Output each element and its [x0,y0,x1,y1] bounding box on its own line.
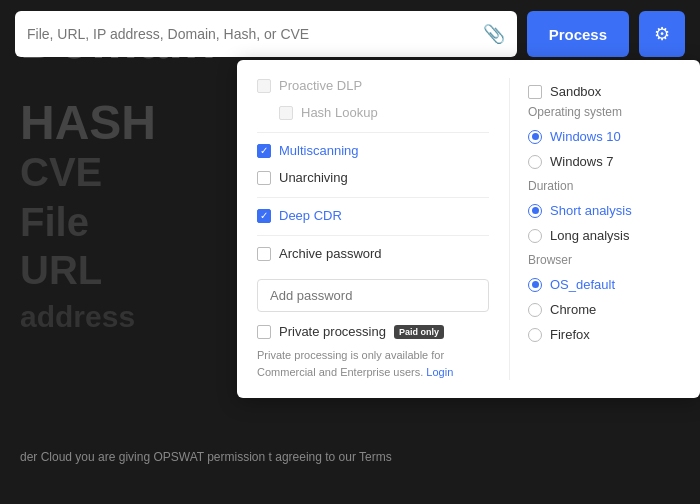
private-processing-checkbox[interactable] [257,325,271,339]
file-bg-text: File [20,200,89,245]
password-input[interactable] [257,279,489,312]
os-default-row: OS_default [528,277,682,292]
left-column: Proactive DLP Hash Lookup Multiscanning … [237,78,510,380]
short-analysis-label: Short analysis [550,203,632,218]
info-description: Private processing is only available for… [257,349,444,378]
hash-lookup-label: Hash Lookup [301,105,378,120]
divider-1 [257,132,489,133]
options-panel: Proactive DLP Hash Lookup Multiscanning … [237,60,700,398]
right-column: Sandbox Operating system Windows 10 Wind… [510,78,700,380]
os-default-label: OS_default [550,277,615,292]
deep-cdr-label: Deep CDR [279,208,342,223]
sandbox-label: Sandbox [550,84,601,99]
windows7-row: Windows 7 [528,154,682,169]
deep-cdr-row: Deep CDR [257,208,489,223]
long-analysis-radio[interactable] [528,229,542,243]
duration-section-title: Duration [528,179,682,193]
archive-password-checkbox[interactable] [257,247,271,261]
firefox-row: Firefox [528,327,682,342]
multiscanning-row: Multiscanning [257,143,489,158]
proactive-dlp-checkbox[interactable] [257,79,271,93]
archive-password-label: Archive password [279,246,382,261]
browser-section-title: Browser [528,253,682,267]
info-text: Private processing is only available for… [257,347,489,380]
divider-2 [257,197,489,198]
url-bg-text: URL [20,248,102,293]
chrome-label: Chrome [550,302,596,317]
proactive-dlp-label: Proactive DLP [279,78,362,93]
windows7-radio[interactable] [528,155,542,169]
private-processing-row: Private processing Paid only [257,324,489,339]
login-link[interactable]: Login [426,366,453,378]
unarchiving-row: Unarchiving [257,170,489,185]
short-analysis-radio[interactable] [528,204,542,218]
firefox-radio[interactable] [528,328,542,342]
header: 📎 Process ⚙ [0,0,700,68]
windows7-label: Windows 7 [550,154,614,169]
settings-button[interactable]: ⚙ [639,11,685,57]
deep-cdr-checkbox[interactable] [257,209,271,223]
chrome-row: Chrome [528,302,682,317]
os-default-radio[interactable] [528,278,542,292]
os-section-title: Operating system [528,105,682,119]
archive-password-row: Archive password [257,246,489,261]
windows10-label: Windows 10 [550,129,621,144]
hash-bg-text: HASH [20,95,156,150]
search-bar: 📎 [15,11,517,57]
short-analysis-row: Short analysis [528,203,682,218]
windows10-radio[interactable] [528,130,542,144]
hash-lookup-checkbox[interactable] [279,106,293,120]
cve-bg-text: CVE [20,150,102,195]
private-processing-label: Private processing [279,324,386,339]
gear-icon: ⚙ [654,23,670,45]
long-analysis-row: Long analysis [528,228,682,243]
hash-lookup-row: Hash Lookup [257,105,489,120]
divider-3 [257,235,489,236]
unarchiving-label: Unarchiving [279,170,348,185]
attachment-icon[interactable]: 📎 [483,23,505,45]
multiscanning-checkbox[interactable] [257,144,271,158]
address-bg-text: address [20,300,135,334]
firefox-label: Firefox [550,327,590,342]
proactive-dlp-row: Proactive DLP [257,78,489,93]
search-input[interactable] [27,26,475,42]
multiscanning-label: Multiscanning [279,143,359,158]
sandbox-checkbox[interactable] [528,85,542,99]
long-analysis-label: Long analysis [550,228,630,243]
bottom-notice: der Cloud you are giving OPSWAT permissi… [0,450,700,464]
process-button[interactable]: Process [527,11,629,57]
sandbox-row: Sandbox [528,84,682,99]
paid-only-badge: Paid only [394,325,444,339]
windows10-row: Windows 10 [528,129,682,144]
unarchiving-checkbox[interactable] [257,171,271,185]
chrome-radio[interactable] [528,303,542,317]
